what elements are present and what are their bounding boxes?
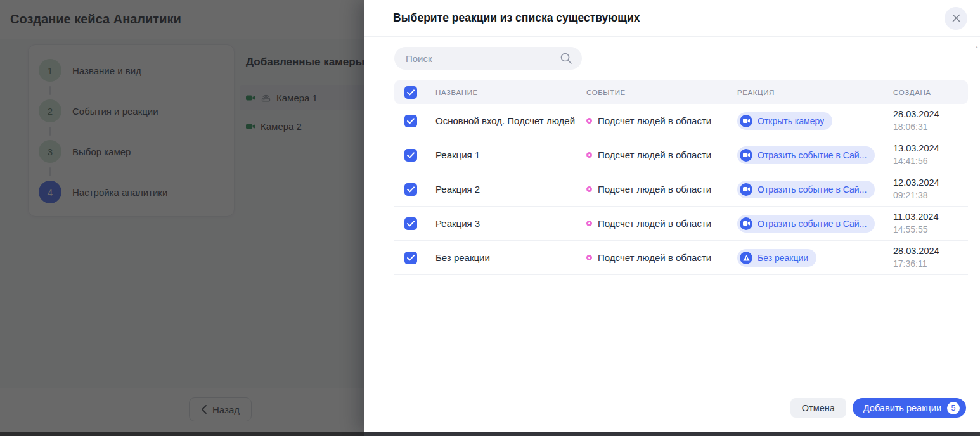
reaction-chip[interactable]: Отразить событие в Сай...: [737, 146, 875, 164]
created-time: 17:36:11: [893, 258, 968, 270]
cancel-button[interactable]: Отмена: [790, 398, 846, 418]
reaction-name: Реакция 3: [435, 218, 586, 229]
column-header-created: СОЗДАНА: [893, 89, 968, 96]
event-type-icon: [586, 186, 592, 192]
scroll-up-arrow-icon[interactable]: ▲: [975, 45, 979, 49]
event-cell: Подсчет людей в области: [586, 218, 737, 229]
search-input[interactable]: [394, 47, 582, 70]
reaction-cell: Отразить событие в Сай...: [737, 181, 893, 198]
modal-footer: Отмена Добавить реакции 5: [790, 398, 966, 418]
column-header-event: СОБЫТИЕ: [586, 89, 737, 96]
created-time: 18:06:31: [893, 121, 968, 133]
select-all-checkbox[interactable]: [404, 86, 417, 99]
table-header-row: НАЗВАНИЕ СОБЫТИЕ РЕАКЦИЯ СОЗДАНА: [394, 80, 968, 104]
reaction-chip-icon: [740, 149, 752, 162]
reaction-chip[interactable]: Отразить событие в Сай...: [737, 181, 875, 198]
event-label: Подсчет людей в области: [598, 184, 711, 195]
reaction-name: Основной вход. Подсчет людей: [435, 115, 586, 126]
table-row[interactable]: Реакция 3 Подсчет людей в области Отрази…: [394, 207, 968, 241]
reaction-chip[interactable]: Открыть камеру: [737, 112, 832, 130]
select-reactions-modal: Выберите реакции из списка существующих …: [364, 0, 980, 432]
created-time: 14:41:56: [893, 155, 968, 167]
reaction-name: Реакция 1: [435, 150, 586, 160]
row-checkbox[interactable]: [404, 149, 417, 162]
column-header-reaction: РЕАКЦИЯ: [737, 89, 893, 96]
event-cell: Подсчет людей в области: [586, 115, 737, 126]
created-time: 14:55:55: [893, 224, 968, 236]
reaction-cell: Открыть камеру: [737, 112, 893, 130]
reaction-cell: Отразить событие в Сай...: [737, 215, 893, 233]
row-checkbox[interactable]: [404, 252, 417, 264]
created-cell: 12.03.2024 09:21:38: [893, 177, 968, 201]
event-label: Подсчет людей в области: [598, 115, 711, 126]
modal-dim-overlay: [0, 0, 364, 436]
close-icon: [952, 14, 960, 22]
search-icon[interactable]: [560, 52, 572, 67]
close-button[interactable]: [945, 7, 967, 30]
reaction-chip-label: Отразить событие в Сай...: [758, 150, 867, 160]
table-row[interactable]: Реакция 1 Подсчет людей в области Отрази…: [394, 138, 968, 172]
reaction-name: Без реакции: [435, 252, 586, 263]
scrollbar[interactable]: ▲: [974, 42, 980, 432]
column-header-name: НАЗВАНИЕ: [435, 89, 586, 96]
created-cell: 11.03.2024 14:55:55: [893, 211, 968, 235]
reaction-chip-icon: [740, 252, 752, 264]
created-cell: 13.03.2024 14:41:56: [893, 143, 968, 167]
event-type-icon: [586, 221, 592, 226]
reaction-chip-icon: [740, 115, 752, 127]
event-label: Подсчет людей в области: [598, 252, 711, 263]
event-cell: Подсчет людей в области: [586, 252, 737, 263]
reaction-name: Реакция 2: [435, 184, 586, 195]
created-date: 28.03.2024: [893, 245, 968, 258]
reactions-table: НАЗВАНИЕ СОБЫТИЕ РЕАКЦИЯ СОЗДАНА Основно…: [394, 80, 968, 275]
selected-count-badge: 5: [947, 402, 960, 414]
event-type-icon: [586, 118, 592, 124]
table-row[interactable]: Реакция 2 Подсчет людей в области Отрази…: [394, 172, 968, 207]
reaction-chip[interactable]: Без реакции: [737, 249, 816, 267]
table-row[interactable]: Основной вход. Подсчет людей Подсчет люд…: [394, 104, 968, 138]
modal-header: Выберите реакции из списка существующих: [364, 0, 980, 37]
created-cell: 28.03.2024 17:36:11: [893, 245, 968, 269]
reaction-chip-label: Отразить событие в Сай...: [758, 184, 867, 195]
event-label: Подсчет людей в области: [598, 218, 711, 229]
event-label: Подсчет людей в области: [598, 150, 711, 160]
search-field: [394, 47, 582, 70]
reaction-cell: Без реакции: [737, 249, 893, 267]
row-checkbox[interactable]: [404, 217, 417, 230]
reaction-chip[interactable]: Отразить событие в Сай...: [737, 215, 875, 233]
reaction-chip-icon: [740, 183, 752, 196]
reaction-chip-label: Открыть камеру: [758, 116, 824, 126]
modal-body: НАЗВАНИЕ СОБЫТИЕ РЕАКЦИЯ СОЗДАНА Основно…: [364, 37, 980, 275]
modal-title: Выберите реакции из списка существующих: [393, 11, 640, 25]
event-cell: Подсчет людей в области: [586, 150, 737, 160]
add-reactions-button[interactable]: Добавить реакции 5: [853, 398, 966, 418]
reaction-chip-label: Отразить событие в Сай...: [758, 219, 867, 229]
reaction-chip-icon: [740, 217, 752, 230]
created-date: 12.03.2024: [893, 177, 968, 189]
event-type-icon: [586, 255, 592, 260]
row-checkbox[interactable]: [404, 115, 417, 127]
row-checkbox[interactable]: [404, 183, 417, 196]
event-cell: Подсчет людей в области: [586, 184, 737, 195]
created-date: 28.03.2024: [893, 108, 968, 121]
reaction-cell: Отразить событие в Сай...: [737, 146, 893, 164]
reaction-chip-label: Без реакции: [758, 253, 808, 263]
created-time: 09:21:38: [893, 189, 968, 202]
created-date: 11.03.2024: [893, 211, 968, 224]
table-row[interactable]: Без реакции Подсчет людей в области Без …: [394, 241, 968, 275]
add-reactions-label: Добавить реакции: [863, 403, 941, 413]
created-date: 13.03.2024: [893, 143, 968, 155]
event-type-icon: [586, 152, 592, 158]
created-cell: 28.03.2024 18:06:31: [893, 108, 968, 132]
